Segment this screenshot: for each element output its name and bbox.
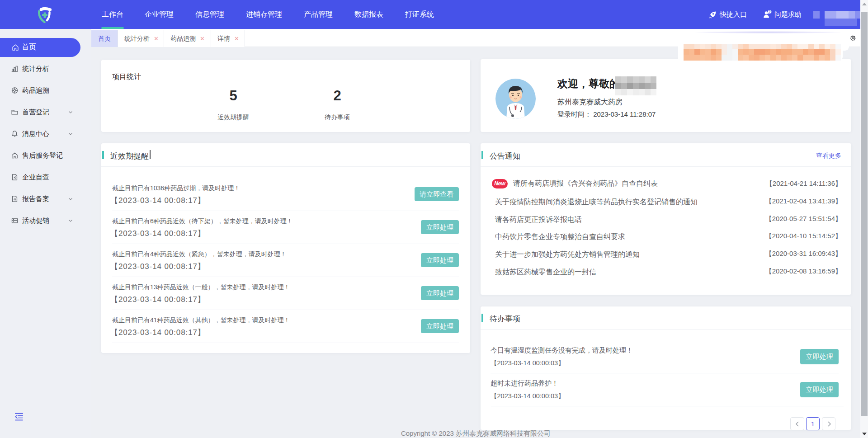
- svg-text:?: ?: [769, 10, 770, 14]
